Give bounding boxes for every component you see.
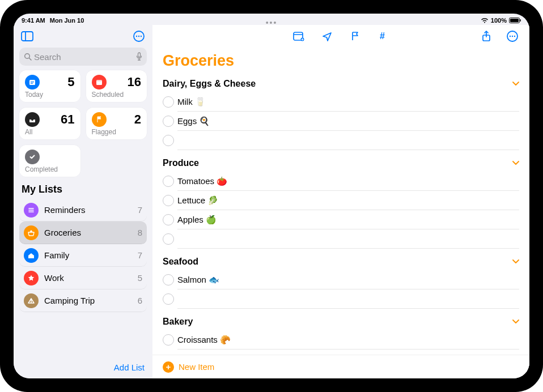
reminder-title: Lettuce 🥬 bbox=[177, 195, 218, 206]
reminder-item[interactable] bbox=[177, 131, 519, 150]
smart-list-all[interactable]: 61 All bbox=[19, 108, 80, 139]
section-title: Seafood bbox=[163, 257, 198, 267]
wifi-icon bbox=[481, 18, 489, 23]
multitask-dots-icon[interactable]: ••• bbox=[266, 18, 278, 27]
chevron-down-icon bbox=[512, 161, 519, 165]
list-name: Work bbox=[44, 273, 64, 283]
complete-toggle[interactable] bbox=[163, 334, 174, 346]
sidebar-list-camping-trip[interactable]: Camping Trip6 bbox=[19, 289, 147, 312]
complete-toggle[interactable] bbox=[163, 293, 174, 305]
sidebar-list-family[interactable]: Family7 bbox=[19, 244, 147, 267]
reminder-item[interactable]: Apples 🍏 bbox=[177, 210, 519, 229]
reminder-item[interactable] bbox=[177, 289, 519, 309]
smart-list-completed[interactable]: Completed bbox=[19, 145, 80, 177]
battery-icon bbox=[509, 18, 521, 23]
svg-point-28 bbox=[514, 36, 515, 37]
checkmark-icon bbox=[25, 150, 40, 164]
smart-list-today[interactable]: 5 Today bbox=[19, 70, 80, 102]
complete-toggle[interactable] bbox=[163, 135, 174, 146]
svg-point-8 bbox=[141, 36, 142, 37]
reminder-title: Milk 🥛 bbox=[177, 97, 206, 107]
reminder-title: Croissants 🥐 bbox=[177, 335, 231, 345]
smart-list-scheduled[interactable]: 16 Scheduled bbox=[86, 70, 147, 102]
complete-toggle[interactable] bbox=[163, 274, 174, 286]
search-input[interactable]: Search bbox=[19, 48, 147, 66]
completed-label: Completed bbox=[25, 165, 75, 173]
list-count: 7 bbox=[138, 205, 142, 215]
new-item-button[interactable]: New Item bbox=[179, 362, 214, 372]
list-icon bbox=[24, 248, 39, 263]
complete-toggle[interactable] bbox=[163, 233, 174, 245]
complete-toggle[interactable] bbox=[163, 195, 174, 206]
status-time: 9:41 AM bbox=[22, 17, 45, 24]
tags-button[interactable]: # bbox=[376, 28, 392, 44]
sidebar-list-groceries[interactable]: Groceries8 bbox=[19, 221, 147, 244]
all-label: All bbox=[25, 128, 75, 136]
smart-list-flagged[interactable]: 2 Flagged bbox=[86, 108, 147, 139]
list-count: 7 bbox=[138, 250, 142, 260]
section-header[interactable]: Bakery bbox=[163, 313, 519, 330]
flag-button[interactable] bbox=[347, 28, 363, 44]
all-count: 61 bbox=[61, 112, 74, 127]
search-icon bbox=[24, 53, 32, 61]
sidebar-more-button[interactable] bbox=[131, 28, 147, 44]
flagged-count: 2 bbox=[134, 112, 141, 127]
complete-toggle[interactable] bbox=[163, 96, 174, 108]
list-icon bbox=[24, 293, 39, 308]
dictate-icon[interactable] bbox=[136, 52, 142, 61]
sidebar-list-reminders[interactable]: Reminders7 bbox=[19, 199, 147, 221]
new-reminder-with-details-button[interactable] bbox=[291, 28, 307, 44]
reminder-item[interactable] bbox=[177, 229, 519, 249]
sidebar: Search 5 Today bbox=[14, 25, 152, 378]
reminder-title: Apples 🍏 bbox=[177, 215, 217, 225]
svg-point-26 bbox=[510, 36, 511, 37]
chevron-down-icon bbox=[512, 82, 519, 86]
section-header[interactable]: Seafood bbox=[163, 253, 519, 270]
my-lists-heading: My Lists bbox=[14, 177, 152, 199]
svg-rect-1 bbox=[510, 19, 519, 22]
svg-point-7 bbox=[138, 36, 139, 37]
section-header[interactable]: Produce bbox=[163, 155, 519, 172]
main-pane: # Groceries Dairy, Eggs & CheeseMilk 🥛Eg… bbox=[152, 25, 529, 378]
sidebar-list-work[interactable]: Work5 bbox=[19, 267, 147, 289]
scheduled-label: Scheduled bbox=[92, 91, 142, 99]
complete-toggle[interactable] bbox=[163, 116, 174, 127]
svg-rect-16 bbox=[96, 80, 102, 82]
svg-rect-2 bbox=[520, 19, 521, 22]
list-name: Camping Trip bbox=[44, 296, 95, 305]
more-button[interactable] bbox=[504, 28, 520, 44]
reminder-item[interactable]: Salmon 🐟 bbox=[177, 270, 519, 289]
svg-rect-12 bbox=[29, 80, 35, 85]
reminder-item[interactable]: Eggs 🍳 bbox=[177, 112, 519, 131]
add-list-button[interactable]: Add List bbox=[114, 363, 145, 372]
svg-point-27 bbox=[512, 36, 513, 37]
reminder-title: Eggs 🍳 bbox=[177, 116, 210, 126]
complete-toggle[interactable] bbox=[163, 214, 174, 225]
section-seafood: SeafoodSalmon 🐟 bbox=[163, 253, 519, 309]
list-count: 6 bbox=[138, 296, 142, 305]
reminder-item[interactable]: Croissants 🥐 bbox=[177, 330, 519, 350]
chevron-down-icon bbox=[512, 259, 519, 264]
list-icon bbox=[24, 225, 39, 240]
plus-icon: + bbox=[163, 361, 174, 373]
section-title: Produce bbox=[163, 158, 199, 168]
list-count: 5 bbox=[138, 273, 142, 283]
section-title: Dairy, Eggs & Cheese bbox=[163, 79, 256, 89]
calendar-today-icon bbox=[25, 75, 40, 90]
complete-toggle[interactable] bbox=[163, 176, 174, 187]
reminder-item[interactable]: Lettuce 🥬 bbox=[177, 191, 519, 210]
reminder-item[interactable]: Milk 🥛 bbox=[177, 92, 519, 112]
list-name: Groceries bbox=[44, 228, 81, 237]
list-count: 8 bbox=[138, 228, 142, 237]
flagged-label: Flagged bbox=[92, 128, 142, 136]
toggle-sidebar-button[interactable] bbox=[19, 28, 35, 44]
section-header[interactable]: Dairy, Eggs & Cheese bbox=[163, 75, 519, 92]
flag-icon bbox=[92, 112, 107, 127]
search-placeholder: Search bbox=[34, 52, 61, 62]
share-button[interactable] bbox=[478, 28, 494, 44]
location-button[interactable] bbox=[319, 28, 335, 44]
section-title: Bakery bbox=[163, 317, 193, 327]
reminder-item[interactable]: Tomatoes 🍅 bbox=[177, 172, 519, 191]
section-produce: ProduceTomatoes 🍅Lettuce 🥬Apples 🍏 bbox=[163, 155, 519, 249]
scheduled-count: 16 bbox=[128, 75, 141, 90]
